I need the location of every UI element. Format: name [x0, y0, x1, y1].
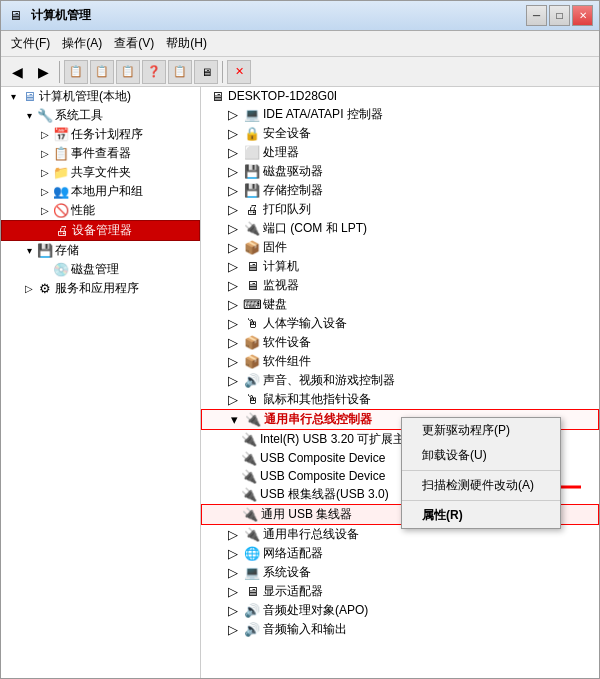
ctx-uninstall[interactable]: 卸载设备(U) [402, 443, 560, 468]
ctx-update[interactable]: 更新驱动程序(P) [402, 418, 560, 443]
label-audio-apo: 音频处理对象(APO) [263, 602, 368, 619]
label-root: 计算机管理(本地) [39, 88, 131, 105]
tree-systools[interactable]: ▾ 🔧 系统工具 [1, 106, 200, 125]
icon-ide: ▷ [225, 107, 241, 123]
dev-audio-apo[interactable]: ▷ 🔊 音频处理对象(APO) [201, 601, 599, 620]
dev-keyboard[interactable]: ▷ ⌨ 键盘 [201, 295, 599, 314]
icon-tasksch: 📅 [53, 127, 69, 143]
tree-devmgr[interactable]: 🖨 设备管理器 [1, 220, 200, 241]
menu-action[interactable]: 操作(A) [56, 33, 108, 54]
icon-security-exp: ▷ [225, 126, 241, 142]
dev-proc[interactable]: ▷ ⬜ 处理器 [201, 143, 599, 162]
dev-diskdrv[interactable]: ▷ 💾 磁盘驱动器 [201, 162, 599, 181]
icon-audio-io: 🔊 [244, 622, 260, 638]
tree-perf[interactable]: ▷ 🚫 性能 [1, 201, 200, 220]
expander-localusers: ▷ [37, 184, 53, 200]
icon-softcomp: 📦 [244, 354, 260, 370]
ctx-scan[interactable]: 扫描检测硬件改动(A) [402, 473, 560, 498]
dev-softdev[interactable]: ▷ 📦 软件设备 [201, 333, 599, 352]
label-comport: 端口 (COM 和 LPT) [263, 220, 367, 237]
dev-sound[interactable]: ▷ 🔊 声音、视频和游戏控制器 [201, 371, 599, 390]
icon-storage: 💾 [37, 243, 53, 259]
dev-mouse[interactable]: ▷ 🖱 鼠标和其他指针设备 [201, 390, 599, 409]
dev-sysdev[interactable]: ▷ 💻 系统设备 [201, 563, 599, 582]
icon-display-exp: ▷ [225, 584, 241, 600]
label-usb-comp1: USB Composite Device [260, 451, 385, 465]
forward-button[interactable]: ▶ [31, 60, 55, 84]
label-computer: 计算机 [263, 258, 299, 275]
icon-diskdrv: 💾 [244, 164, 260, 180]
icon-usb-comp1: 🔌 [241, 450, 257, 466]
label-tasksch: 任务计划程序 [71, 126, 143, 143]
dev-monitor[interactable]: ▷ 🖥 监视器 [201, 276, 599, 295]
icon-printq: 🖨 [244, 202, 260, 218]
toolbar-delete[interactable]: ✕ [227, 60, 251, 84]
icon-firmware: 📦 [244, 240, 260, 256]
window-icon: 🖥 [7, 8, 23, 24]
window-controls: ─ □ ✕ [526, 5, 593, 26]
dev-printq[interactable]: ▷ 🖨 打印队列 [201, 200, 599, 219]
back-button[interactable]: ◀ [5, 60, 29, 84]
toolbar-icon4[interactable]: ❓ [142, 60, 166, 84]
dev-comport[interactable]: ▷ 🔌 端口 (COM 和 LPT) [201, 219, 599, 238]
dev-display[interactable]: ▷ 🖥 显示适配器 [201, 582, 599, 601]
toolbar-icon2[interactable]: 📋 [90, 60, 114, 84]
dev-firmware[interactable]: ▷ 📦 固件 [201, 238, 599, 257]
icon-usb-exp: ▾ [226, 412, 242, 428]
toolbar: ◀ ▶ 📋 📋 📋 ❓ 📋 🖥 ✕ [1, 57, 599, 87]
ctx-props[interactable]: 属性(R) [402, 503, 560, 528]
expander-devmgr [38, 223, 54, 239]
icon-storagectl-exp: ▷ [225, 183, 241, 199]
label-softdev: 软件设备 [263, 334, 311, 351]
icon-monitor: 🖥 [244, 278, 260, 294]
label-printq: 打印队列 [263, 201, 311, 218]
expander-storage: ▾ [21, 243, 37, 259]
tree-eventvwr[interactable]: ▷ 📋 事件查看器 [1, 144, 200, 163]
icon-firmware-exp: ▷ [225, 240, 241, 256]
tree-sharedfolders[interactable]: ▷ 📁 共享文件夹 [1, 163, 200, 182]
label-hid: 人体学输入设备 [263, 315, 347, 332]
maximize-button[interactable]: □ [549, 5, 570, 26]
icon-diskdrv-exp: ▷ [225, 164, 241, 180]
icon-sysdev-exp: ▷ [225, 565, 241, 581]
right-header[interactable]: 🖥 DESKTOP-1D28G0I [201, 87, 599, 105]
icon-perf: 🚫 [53, 203, 69, 219]
label-usb: 通用串行总线控制器 [264, 411, 372, 428]
minimize-button[interactable]: ─ [526, 5, 547, 26]
toolbar-icon6[interactable]: 🖥 [194, 60, 218, 84]
tree-storage[interactable]: ▾ 💾 存储 [1, 241, 200, 260]
label-storage: 存储 [55, 242, 79, 259]
dev-ide[interactable]: ▷ 💻 IDE ATA/ATAPI 控制器 [201, 105, 599, 124]
dev-netadap[interactable]: ▷ 🌐 网络适配器 [201, 544, 599, 563]
dev-audio-io[interactable]: ▷ 🔊 音频输入和输出 [201, 620, 599, 639]
toolbar-icon3[interactable]: 📋 [116, 60, 140, 84]
menu-file[interactable]: 文件(F) [5, 33, 56, 54]
dev-security[interactable]: ▷ 🔒 安全设备 [201, 124, 599, 143]
dev-storagectl[interactable]: ▷ 💾 存储控制器 [201, 181, 599, 200]
icon-computer-exp: ▷ [225, 259, 241, 275]
dev-softcomp[interactable]: ▷ 📦 软件组件 [201, 352, 599, 371]
tree-root[interactable]: ▾ 🖥 计算机管理(本地) [1, 87, 200, 106]
label-diskmgmt: 磁盘管理 [71, 261, 119, 278]
icon-hid-exp: ▷ [225, 316, 241, 332]
icon-netadap: 🌐 [244, 546, 260, 562]
icon-audio-apo: 🔊 [244, 603, 260, 619]
label-systools: 系统工具 [55, 107, 103, 124]
tree-svcapp[interactable]: ▷ ⚙ 服务和应用程序 [1, 279, 200, 298]
menu-help[interactable]: 帮助(H) [160, 33, 213, 54]
icon-usb-comp2: 🔌 [241, 468, 257, 484]
title-bar: 🖥 计算机管理 ─ □ ✕ [1, 1, 599, 31]
dev-hid[interactable]: ▷ 🖱 人体学输入设备 [201, 314, 599, 333]
label-keyboard: 键盘 [263, 296, 287, 313]
tree-tasksch[interactable]: ▷ 📅 任务计划程序 [1, 125, 200, 144]
menu-view[interactable]: 查看(V) [108, 33, 160, 54]
tree-diskmgmt[interactable]: 💿 磁盘管理 [1, 260, 200, 279]
close-button[interactable]: ✕ [572, 5, 593, 26]
icon-computer: 🖥 [21, 89, 37, 105]
icon-monitor-exp: ▷ [225, 278, 241, 294]
toolbar-icon1[interactable]: 📋 [64, 60, 88, 84]
tree-localusers[interactable]: ▷ 👥 本地用户和组 [1, 182, 200, 201]
toolbar-icon5[interactable]: 📋 [168, 60, 192, 84]
icon-proc: ⬜ [244, 145, 260, 161]
dev-computer[interactable]: ▷ 🖥 计算机 [201, 257, 599, 276]
